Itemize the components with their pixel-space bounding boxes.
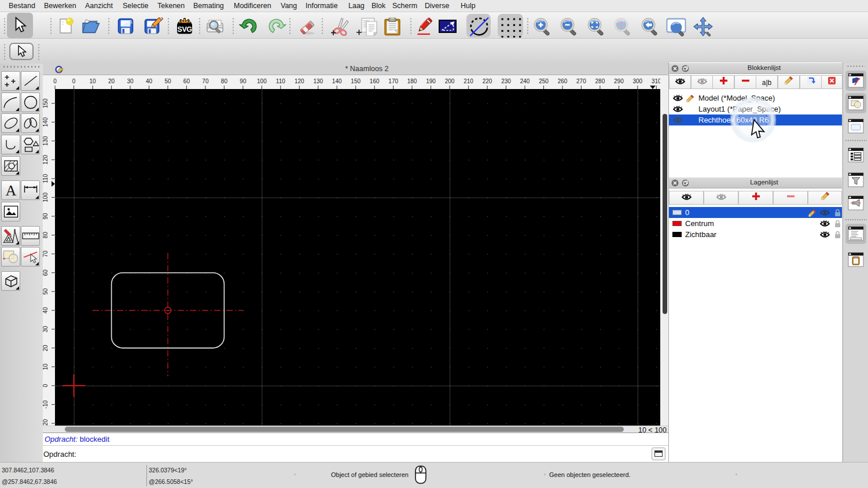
svg-text:30: 30 xyxy=(127,78,134,84)
svg-text:280: 280 xyxy=(595,78,605,84)
svg-text:0: 0 xyxy=(53,78,57,84)
svg-text:100: 100 xyxy=(43,193,49,202)
svg-text:60: 60 xyxy=(183,78,190,84)
svg-text:80: 80 xyxy=(221,78,228,84)
svg-text:30: 30 xyxy=(43,326,49,332)
svg-text:0: 0 xyxy=(43,384,49,387)
svg-text:70: 70 xyxy=(202,78,209,84)
svg-text:300: 300 xyxy=(632,78,642,84)
svg-text:180: 180 xyxy=(407,78,417,84)
svg-text:70: 70 xyxy=(43,250,49,257)
svg-text:310: 310 xyxy=(652,78,661,84)
svg-text:150: 150 xyxy=(351,78,361,84)
svg-text:50: 50 xyxy=(164,78,171,84)
svg-text:100: 100 xyxy=(257,78,267,84)
svg-text:240: 240 xyxy=(520,78,530,84)
svg-text:120: 120 xyxy=(43,155,49,165)
svg-text:40: 40 xyxy=(146,78,153,84)
svg-text:90: 90 xyxy=(240,78,247,84)
svg-text:230: 230 xyxy=(501,78,511,84)
svg-text:60: 60 xyxy=(43,269,49,276)
svg-text:160: 160 xyxy=(370,78,380,84)
svg-text:250: 250 xyxy=(539,78,549,84)
svg-text:150: 150 xyxy=(43,98,49,108)
svg-text:210: 210 xyxy=(464,78,473,84)
svg-text:140: 140 xyxy=(332,78,342,84)
svg-text:0: 0 xyxy=(72,78,76,84)
svg-text:50: 50 xyxy=(43,288,49,295)
svg-text:260: 260 xyxy=(558,78,568,84)
svg-text:110: 110 xyxy=(276,78,285,84)
svg-text:10: 10 xyxy=(90,78,97,84)
svg-text:110: 110 xyxy=(43,173,49,183)
svg-text:130: 130 xyxy=(313,78,323,84)
svg-text:20: 20 xyxy=(108,78,115,84)
svg-text:200: 200 xyxy=(445,78,455,84)
svg-text:220: 220 xyxy=(483,78,492,84)
svg-text:80: 80 xyxy=(43,232,49,239)
svg-text:120: 120 xyxy=(295,78,304,84)
svg-text:270: 270 xyxy=(576,78,586,84)
svg-text:40: 40 xyxy=(43,307,49,314)
svg-text:290: 290 xyxy=(614,78,624,84)
svg-text:140: 140 xyxy=(43,117,49,127)
svg-text:A: A xyxy=(5,183,16,198)
svg-text:SVG: SVG xyxy=(178,25,192,34)
svg-text:170: 170 xyxy=(388,78,398,84)
svg-text:190: 190 xyxy=(426,78,436,84)
svg-text:-10: -10 xyxy=(43,400,49,409)
svg-text:20: 20 xyxy=(43,345,49,352)
svg-text:10: 10 xyxy=(43,363,49,370)
svg-text:90: 90 xyxy=(43,213,49,220)
svg-text:130: 130 xyxy=(43,136,49,146)
